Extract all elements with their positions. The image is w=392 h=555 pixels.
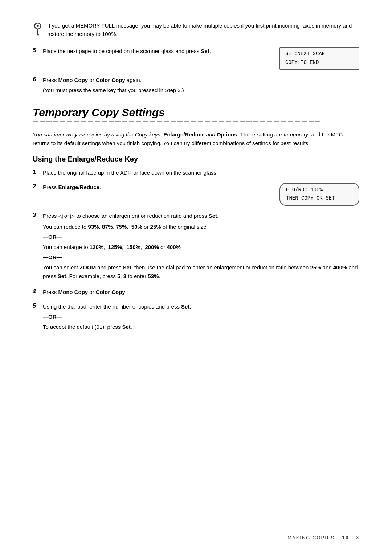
step-4-bold2: Color Copy [96,289,125,295]
step-6-subtext: (You must press the same key that you pr… [43,86,359,95]
step-6-content: Press Mono Copy or Color Copy again. (Yo… [43,76,359,96]
step-5-top: 5 Place the next page to be copied on th… [33,47,359,70]
step-3-number: 3 [33,212,43,219]
step-2: 2 Press Enlarge/Reduce. ELG/RDC:100% THE… [33,183,359,206]
divider-dash [157,121,162,122]
divider-dash [184,121,189,122]
footer-page: 10 - 3 [342,535,359,540]
divider-dash [315,121,320,122]
divider-dash [143,121,148,122]
divider-dash [274,121,279,122]
divider-dash [129,121,134,122]
note-icon [33,23,43,36]
section-title: Temporary Copy Settings [33,106,359,119]
step-6-bold1: Mono Copy [58,77,88,83]
divider-dash [171,121,176,122]
divider-dash [246,121,252,122]
divider-dash [102,121,107,122]
divider-dash [46,121,52,122]
divider-dash [95,121,100,122]
footer-label: MAKING COPIES [287,535,335,540]
divider-dash [233,121,238,122]
step-3-or1: —OR— [43,233,359,241]
divider-dash [164,121,169,122]
step-5-content: Place the next page to be copied on the … [43,47,359,70]
step-5-lcd: SET:NEXT SCAN COPY:TO END [279,47,359,70]
divider-dash [198,121,203,122]
divider-dash [260,121,265,122]
divider-dash [53,121,58,122]
divider-dash [281,121,286,122]
divider-dash [177,121,183,122]
step-1-content: Place the original face up in the ADF, o… [43,168,359,177]
divider-dash [109,121,114,122]
step-4-number: 4 [33,288,43,295]
divider-dash [122,121,127,122]
divider-dash [302,121,307,122]
divider-dash [295,121,300,122]
divider-dash [253,121,258,122]
divider-dash [205,121,210,122]
divider-dash [81,121,86,122]
note-block: If you get a MEMORY FULL message, you ma… [33,22,359,38]
divider-dash [136,121,141,122]
step-2-bold: Enlarge/Reduce [58,184,99,190]
step-5-bottom: 5 Using the dial pad, enter the number o… [33,302,359,333]
step-3-content: Press ◁ or ▷ to choose an enlargement or… [43,212,359,282]
divider-dash [150,121,155,122]
step-1-number: 1 [33,169,43,175]
divider-dash [212,121,217,122]
svg-point-1 [37,25,39,27]
note-text: If you get a MEMORY FULL message, you ma… [47,22,359,38]
divider-dash [240,121,245,122]
divider-dash [288,121,293,122]
step-3: 3 Press ◁ or ▷ to choose an enlargement … [33,212,359,282]
footer: MAKING COPIES 10 - 3 [287,535,359,540]
step-6-top: 6 Press Mono Copy or Color Copy again. (… [33,76,359,96]
step-5b-number: 5 [33,303,43,309]
divider-dash [60,121,65,122]
step-4-content: Press Mono Copy or Color Copy. [43,288,359,297]
subsection-title: Using the Enlarge/Reduce Key [33,155,359,163]
step-6-bold2: Color Copy [96,77,125,83]
step-5b-content: Using the dial pad, enter the number of … [43,302,359,333]
step-1-text: Place the original face up in the ADF, o… [43,170,218,176]
step-2-content: Press Enlarge/Reduce. ELG/RDC:100% THEN … [43,183,359,206]
divider-dash [33,121,38,122]
step-1: 1 Place the original face up in the ADF,… [33,168,359,177]
step-5-number: 5 [33,47,43,54]
divider-dash [219,121,224,122]
step-5-text: Place the next page to be copied on the … [43,48,211,54]
divider-dash [67,121,72,122]
step-4: 4 Press Mono Copy or Color Copy. [33,288,359,297]
divider-dash [74,121,79,122]
divider-dash [309,121,314,122]
divider-dash [191,121,196,122]
step-4-bold1: Mono Copy [58,289,88,295]
step-6-number: 6 [33,76,43,83]
section-divider [33,121,359,122]
intro-text: You can improve your copies by using the… [33,130,359,148]
step-2-lcd: ELG/RDC:100% THEN COPY OR SET [279,183,359,206]
step-3-or2: —OR— [43,253,359,262]
step-5b-or: —OR— [43,313,359,321]
divider-dash [115,121,121,122]
divider-dash [88,121,93,122]
divider-dash [226,121,231,122]
divider-dash [267,121,272,122]
divider-dash [40,121,45,122]
step-2-number: 2 [33,183,43,190]
